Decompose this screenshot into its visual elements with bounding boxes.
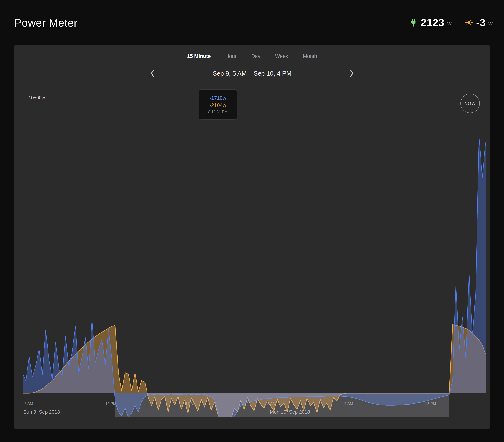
grid-watts-unit: w <box>447 20 451 28</box>
solar-watts-value: -3 <box>476 17 486 28</box>
tab-day[interactable]: Day <box>251 54 260 62</box>
page-title: Power Meter <box>14 16 77 29</box>
grid-watts-value: 2123 <box>421 17 444 28</box>
app-header: Power Meter 2123 w -3 w <box>14 0 493 45</box>
power-chart[interactable] <box>22 87 486 417</box>
chart-region: 10500w 6 AM 12 PM 6 PM 12 AM 6 AM 12 PM … <box>14 87 490 429</box>
tooltip-time: 8:12:31 PM <box>208 110 228 114</box>
tab-bar: 15 Minute Hour Day Week Month <box>14 45 490 62</box>
chevron-right-icon <box>349 70 354 78</box>
tab-hour[interactable]: Hour <box>226 54 237 62</box>
date-range-nav: Sep 9, 5 AM – Sep 10, 4 PM <box>150 68 354 79</box>
sun-icon <box>465 18 473 27</box>
chevron-left-icon <box>150 70 155 78</box>
date-range-label: Sep 9, 5 AM – Sep 10, 4 PM <box>213 70 291 77</box>
chart-tooltip: -1710w -2104w 8:12:31 PM <box>199 89 237 120</box>
tab-month[interactable]: Month <box>303 54 317 62</box>
solar-watts-unit: w <box>488 20 493 28</box>
tab-week[interactable]: Week <box>275 54 288 62</box>
prev-range-button[interactable] <box>150 70 155 78</box>
power-meter-card: 15 Minute Hour Day Week Month Sep 9, 5 A… <box>14 45 490 429</box>
next-range-button[interactable] <box>349 70 354 78</box>
crosshair-line <box>218 119 218 414</box>
now-button[interactable]: NOW <box>460 94 480 113</box>
plug-icon <box>409 18 418 27</box>
tooltip-solar-value: -2104w <box>210 102 226 108</box>
grid-readout: 2123 w <box>409 17 451 28</box>
tooltip-consumption-value: -1710w <box>210 95 226 101</box>
tab-15-minute[interactable]: 15 Minute <box>187 54 211 62</box>
power-readouts: 2123 w -3 w <box>409 17 493 28</box>
solar-readout: -3 w <box>465 17 493 28</box>
